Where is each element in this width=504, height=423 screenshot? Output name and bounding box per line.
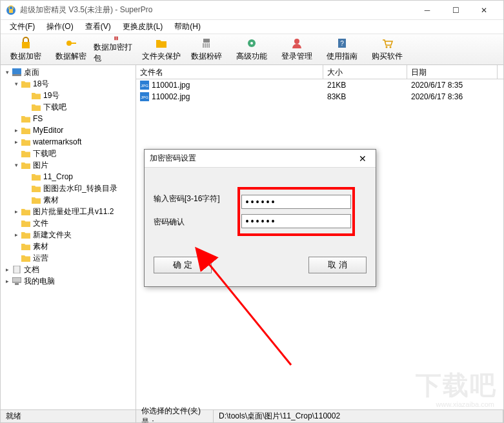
folder-icon [21, 242, 30, 250]
ok-button[interactable]: 确 定 [154, 257, 212, 273]
toolbar: 数据加密 数据解密 数据加密打包 文件夹保护 数据粉碎 高级功能 登录管理 ?使… [1, 34, 503, 65]
svg-rect-2 [22, 42, 30, 48]
confirm-label: 密码确认 [154, 217, 237, 228]
tree-operate[interactable]: 运营 [2, 252, 134, 264]
advanced-button[interactable]: 高级功能 [229, 35, 274, 64]
tree-18[interactable]: ▾18号 [2, 78, 134, 90]
tree-19[interactable]: 19号 [2, 90, 134, 101]
folder-icon [21, 254, 30, 262]
jpg-icon: JPG [140, 92, 149, 101]
col-name[interactable]: 文件名 [136, 65, 323, 79]
menu-view[interactable]: 查看(V) [80, 20, 116, 34]
tree-files[interactable]: 文件 [2, 217, 134, 229]
encrypt-button[interactable]: 数据加密 [3, 35, 48, 64]
folder-icon [21, 80, 30, 88]
tree-dewatermark[interactable]: 图图去水印_转换目录 [2, 182, 134, 194]
dialog-close-button[interactable]: ✕ [355, 151, 370, 166]
tree-batch[interactable]: ▸图片批量处理工具v11.2 [2, 206, 134, 217]
expand-icon[interactable]: ▸ [3, 277, 11, 285]
tree-computer[interactable]: ▸我的电脑 [2, 275, 134, 287]
login-button[interactable]: 登录管理 [274, 35, 319, 64]
confirm-input[interactable] [241, 214, 351, 228]
svg-point-9 [250, 42, 253, 44]
folder-icon [32, 92, 41, 99]
folder-icon [32, 173, 41, 181]
menu-operate[interactable]: 操作(O) [41, 20, 78, 34]
status-path: D:\tools\桌面\图片\11_Crop\110002 [214, 410, 503, 422]
expand-icon[interactable]: ▸ [12, 138, 20, 146]
tree-desktop[interactable]: ▾桌面 [2, 66, 134, 78]
computer-icon [12, 277, 21, 285]
pack-button[interactable]: 数据加密打包 [94, 35, 139, 64]
svg-text:?: ? [340, 40, 344, 47]
shred-button[interactable]: 数据粉碎 [184, 35, 229, 64]
tree-fs[interactable]: FS [2, 113, 134, 124]
svg-point-13 [386, 46, 388, 48]
lock-icon [19, 37, 32, 50]
app-icon [6, 5, 16, 15]
tree-myeditor[interactable]: ▸MyEditor [2, 124, 134, 136]
folder-icon [21, 115, 30, 123]
tree-material1[interactable]: 素材 [2, 194, 134, 206]
shred-icon [200, 37, 213, 50]
archive-icon [110, 35, 123, 41]
svg-point-14 [390, 46, 392, 48]
guide-button[interactable]: ?使用指南 [319, 35, 365, 64]
svg-text:JPG: JPG [141, 84, 148, 88]
tree-watermarksoft[interactable]: ▸watermarksoft [2, 136, 134, 148]
tree-xiazaiba1[interactable]: 下载吧 [2, 101, 134, 113]
folder-tree[interactable]: ▾桌面 ▾18号 19号 下载吧 FS ▸MyEditor ▸watermark… [1, 65, 136, 409]
file-header: 文件名 大小 日期 [136, 65, 503, 79]
col-size[interactable]: 大小 [323, 65, 407, 79]
folder-icon [21, 161, 30, 169]
dialog-titlebar[interactable]: 加密密码设置 ✕ [145, 150, 376, 168]
folder-icon [21, 208, 30, 215]
tree-pictures[interactable]: ▾图片 [2, 159, 134, 171]
buy-button[interactable]: 购买软件 [365, 35, 410, 64]
svg-rect-6 [116, 36, 117, 40]
documents-icon [12, 266, 21, 273]
menu-file[interactable]: 文件(F) [5, 20, 40, 34]
password-input[interactable] [241, 195, 351, 209]
user-icon [290, 37, 303, 50]
collapse-icon[interactable]: ▾ [3, 68, 11, 76]
svg-rect-7 [203, 39, 210, 43]
collapse-icon[interactable]: ▾ [12, 161, 20, 169]
cancel-button[interactable]: 取 消 [308, 257, 367, 273]
menu-help[interactable]: 帮助(H) [169, 20, 206, 34]
tree-material2[interactable]: 素材 [2, 241, 134, 252]
file-row[interactable]: JPG110002.jpg 83KB 2020/6/17 8:36 [136, 91, 503, 103]
svg-point-10 [294, 39, 299, 44]
window-title: 超级加密精灵 V3.5(未注册) - SuperPro [20, 5, 413, 15]
gear-icon [245, 37, 258, 50]
svg-text:JPG: JPG [141, 95, 148, 99]
menu-skin[interactable]: 更换皮肤(L) [117, 20, 168, 34]
tree-crop[interactable]: 11_Crop [2, 171, 134, 182]
tree-xiazaiba2[interactable]: 下载吧 [2, 148, 134, 159]
svg-rect-19 [15, 283, 19, 285]
desktop-icon [12, 68, 21, 76]
close-button[interactable]: ✕ [470, 1, 498, 19]
collapse-icon[interactable]: ▾ [12, 80, 20, 88]
svg-rect-1 [9, 9, 13, 13]
minimize-button[interactable]: ─ [413, 1, 441, 19]
tree-newfolder[interactable]: ▸新建文件夹 [2, 229, 134, 241]
svg-rect-18 [12, 277, 21, 282]
expand-icon[interactable]: ▸ [3, 266, 11, 273]
folder-icon [21, 150, 30, 157]
cart-icon [381, 37, 394, 50]
maximize-button[interactable]: ☐ [441, 1, 470, 19]
expand-icon[interactable]: ▸ [12, 231, 20, 239]
status-bar: 就绪 你选择的文件(夹)是： D:\tools\桌面\图片\11_Crop\11… [1, 409, 503, 422]
svg-rect-17 [14, 266, 20, 273]
folder-protect-button[interactable]: 文件夹保护 [139, 35, 184, 64]
file-row[interactable]: JPG110001.jpg 21KB 2020/6/17 8:35 [136, 79, 503, 91]
decrypt-button[interactable]: 数据解密 [48, 35, 94, 64]
folder-icon [21, 231, 30, 239]
expand-icon[interactable]: ▸ [12, 208, 20, 215]
expand-icon[interactable]: ▸ [12, 126, 20, 134]
col-date[interactable]: 日期 [407, 65, 498, 79]
tree-documents[interactable]: ▸文档 [2, 264, 134, 275]
title-bar: 超级加密精灵 V3.5(未注册) - SuperPro ─ ☐ ✕ [1, 1, 503, 20]
svg-point-3 [66, 41, 72, 46]
